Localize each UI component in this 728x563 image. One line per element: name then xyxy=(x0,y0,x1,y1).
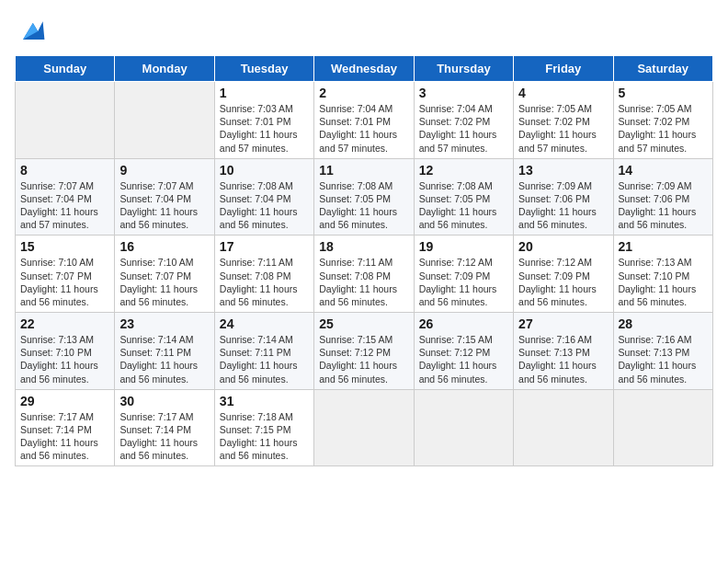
calendar-week-row: 22 Sunrise: 7:13 AM Sunset: 7:10 PM Dayl… xyxy=(16,313,713,390)
calendar-cell: 19 Sunrise: 7:12 AM Sunset: 7:09 PM Dayl… xyxy=(414,236,513,313)
day-number: 5 xyxy=(619,86,708,100)
calendar-cell: 10 Sunrise: 7:08 AM Sunset: 7:04 PM Dayl… xyxy=(214,158,313,236)
weekday-header-wednesday: Wednesday xyxy=(314,56,414,82)
calendar-cell: 8 Sunrise: 7:07 AM Sunset: 7:04 PM Dayli… xyxy=(16,158,115,236)
day-info: Sunrise: 7:15 AM Sunset: 7:12 PM Dayligh… xyxy=(319,333,408,385)
day-info: Sunrise: 7:13 AM Sunset: 7:10 PM Dayligh… xyxy=(20,333,109,385)
day-info: Sunrise: 7:12 AM Sunset: 7:09 PM Dayligh… xyxy=(419,256,508,308)
day-info: Sunrise: 7:14 AM Sunset: 7:11 PM Dayligh… xyxy=(220,333,309,385)
day-info: Sunrise: 7:16 AM Sunset: 7:13 PM Dayligh… xyxy=(619,333,708,385)
day-number: 24 xyxy=(220,316,309,331)
calendar-cell: 26 Sunrise: 7:15 AM Sunset: 7:12 PM Dayl… xyxy=(414,313,513,390)
calendar-cell: 12 Sunrise: 7:08 AM Sunset: 7:05 PM Dayl… xyxy=(414,158,513,236)
calendar-cell: 3 Sunrise: 7:04 AM Sunset: 7:02 PM Dayli… xyxy=(414,82,513,159)
day-info: Sunrise: 7:17 AM Sunset: 7:14 PM Dayligh… xyxy=(119,410,209,463)
weekday-header-tuesday: Tuesday xyxy=(214,56,313,82)
calendar-cell xyxy=(16,82,115,159)
day-info: Sunrise: 7:16 AM Sunset: 7:13 PM Dayligh… xyxy=(518,333,608,385)
calendar-cell xyxy=(115,82,214,159)
calendar-cell: 13 Sunrise: 7:09 AM Sunset: 7:06 PM Dayl… xyxy=(514,158,613,236)
calendar-cell: 23 Sunrise: 7:14 AM Sunset: 7:11 PM Dayl… xyxy=(115,313,214,390)
calendar-cell xyxy=(613,389,712,466)
calendar-cell: 25 Sunrise: 7:15 AM Sunset: 7:12 PM Dayl… xyxy=(314,313,414,390)
calendar-cell xyxy=(514,389,613,466)
day-info: Sunrise: 7:08 AM Sunset: 7:05 PM Dayligh… xyxy=(419,179,508,232)
day-info: Sunrise: 7:08 AM Sunset: 7:05 PM Dayligh… xyxy=(319,179,408,232)
calendar-cell xyxy=(314,389,414,466)
calendar-cell: 28 Sunrise: 7:16 AM Sunset: 7:13 PM Dayl… xyxy=(613,313,712,390)
logo-bird-icon xyxy=(15,15,48,48)
day-number: 9 xyxy=(119,163,209,178)
day-number: 17 xyxy=(220,239,309,254)
day-number: 29 xyxy=(20,394,109,408)
weekday-header-thursday: Thursday xyxy=(414,56,513,82)
day-info: Sunrise: 7:07 AM Sunset: 7:04 PM Dayligh… xyxy=(20,179,109,232)
day-number: 16 xyxy=(119,239,209,254)
calendar-week-row: 8 Sunrise: 7:07 AM Sunset: 7:04 PM Dayli… xyxy=(16,158,713,236)
day-info: Sunrise: 7:05 AM Sunset: 7:02 PM Dayligh… xyxy=(619,102,708,155)
calendar-cell: 16 Sunrise: 7:10 AM Sunset: 7:07 PM Dayl… xyxy=(115,236,214,313)
calendar-cell: 14 Sunrise: 7:09 AM Sunset: 7:06 PM Dayl… xyxy=(613,158,712,236)
day-info: Sunrise: 7:05 AM Sunset: 7:02 PM Dayligh… xyxy=(518,102,608,155)
calendar-week-row: 1 Sunrise: 7:03 AM Sunset: 7:01 PM Dayli… xyxy=(16,82,713,159)
logo xyxy=(15,15,51,48)
day-number: 26 xyxy=(419,316,508,331)
day-info: Sunrise: 7:03 AM Sunset: 7:01 PM Dayligh… xyxy=(220,102,309,155)
calendar-cell: 15 Sunrise: 7:10 AM Sunset: 7:07 PM Dayl… xyxy=(16,236,115,313)
day-info: Sunrise: 7:09 AM Sunset: 7:06 PM Dayligh… xyxy=(619,179,708,232)
calendar-cell: 4 Sunrise: 7:05 AM Sunset: 7:02 PM Dayli… xyxy=(514,82,613,159)
day-info: Sunrise: 7:13 AM Sunset: 7:10 PM Dayligh… xyxy=(619,256,708,308)
calendar-cell: 24 Sunrise: 7:14 AM Sunset: 7:11 PM Dayl… xyxy=(214,313,313,390)
day-info: Sunrise: 7:11 AM Sunset: 7:08 PM Dayligh… xyxy=(319,256,408,308)
day-number: 28 xyxy=(619,316,708,331)
calendar-cell xyxy=(414,389,513,466)
calendar-cell: 30 Sunrise: 7:17 AM Sunset: 7:14 PM Dayl… xyxy=(115,389,214,466)
day-number: 25 xyxy=(319,316,408,331)
calendar-table: SundayMondayTuesdayWednesdayThursdayFrid… xyxy=(15,55,713,466)
weekday-header-saturday: Saturday xyxy=(613,56,712,82)
day-info: Sunrise: 7:10 AM Sunset: 7:07 PM Dayligh… xyxy=(20,256,109,308)
calendar-cell: 17 Sunrise: 7:11 AM Sunset: 7:08 PM Dayl… xyxy=(214,236,313,313)
calendar-cell: 5 Sunrise: 7:05 AM Sunset: 7:02 PM Dayli… xyxy=(613,82,712,159)
day-info: Sunrise: 7:04 AM Sunset: 7:01 PM Dayligh… xyxy=(319,102,408,155)
day-info: Sunrise: 7:18 AM Sunset: 7:15 PM Dayligh… xyxy=(220,410,309,463)
day-info: Sunrise: 7:14 AM Sunset: 7:11 PM Dayligh… xyxy=(119,333,209,385)
page-header xyxy=(15,15,713,48)
day-number: 10 xyxy=(220,163,309,178)
weekday-header-monday: Monday xyxy=(115,56,214,82)
day-number: 23 xyxy=(119,316,209,331)
weekday-header-friday: Friday xyxy=(514,56,613,82)
day-number: 15 xyxy=(20,239,109,254)
day-info: Sunrise: 7:10 AM Sunset: 7:07 PM Dayligh… xyxy=(119,256,209,308)
day-number: 20 xyxy=(518,239,608,254)
calendar-week-row: 15 Sunrise: 7:10 AM Sunset: 7:07 PM Dayl… xyxy=(16,236,713,313)
day-info: Sunrise: 7:12 AM Sunset: 7:09 PM Dayligh… xyxy=(518,256,608,308)
weekday-header-row: SundayMondayTuesdayWednesdayThursdayFrid… xyxy=(16,56,713,82)
calendar-cell: 31 Sunrise: 7:18 AM Sunset: 7:15 PM Dayl… xyxy=(214,389,313,466)
calendar-cell: 1 Sunrise: 7:03 AM Sunset: 7:01 PM Dayli… xyxy=(214,82,313,159)
day-number: 21 xyxy=(619,239,708,254)
day-number: 4 xyxy=(518,86,608,100)
day-number: 11 xyxy=(319,163,408,178)
day-info: Sunrise: 7:15 AM Sunset: 7:12 PM Dayligh… xyxy=(419,333,508,385)
calendar-cell: 29 Sunrise: 7:17 AM Sunset: 7:14 PM Dayl… xyxy=(16,389,115,466)
day-number: 14 xyxy=(619,163,708,178)
day-number: 31 xyxy=(220,394,309,408)
day-info: Sunrise: 7:09 AM Sunset: 7:06 PM Dayligh… xyxy=(518,179,608,232)
calendar-cell: 18 Sunrise: 7:11 AM Sunset: 7:08 PM Dayl… xyxy=(314,236,414,313)
calendar-cell: 22 Sunrise: 7:13 AM Sunset: 7:10 PM Dayl… xyxy=(16,313,115,390)
calendar-cell: 2 Sunrise: 7:04 AM Sunset: 7:01 PM Dayli… xyxy=(314,82,414,159)
day-number: 13 xyxy=(518,163,608,178)
calendar-cell: 11 Sunrise: 7:08 AM Sunset: 7:05 PM Dayl… xyxy=(314,158,414,236)
calendar-cell: 9 Sunrise: 7:07 AM Sunset: 7:04 PM Dayli… xyxy=(115,158,214,236)
calendar-cell: 21 Sunrise: 7:13 AM Sunset: 7:10 PM Dayl… xyxy=(613,236,712,313)
day-number: 30 xyxy=(119,394,209,408)
calendar-week-row: 29 Sunrise: 7:17 AM Sunset: 7:14 PM Dayl… xyxy=(16,389,713,466)
day-number: 18 xyxy=(319,239,408,254)
day-number: 2 xyxy=(319,86,408,100)
calendar-cell: 20 Sunrise: 7:12 AM Sunset: 7:09 PM Dayl… xyxy=(514,236,613,313)
day-number: 27 xyxy=(518,316,608,331)
day-number: 12 xyxy=(419,163,508,178)
day-number: 3 xyxy=(419,86,508,100)
day-info: Sunrise: 7:04 AM Sunset: 7:02 PM Dayligh… xyxy=(419,102,508,155)
